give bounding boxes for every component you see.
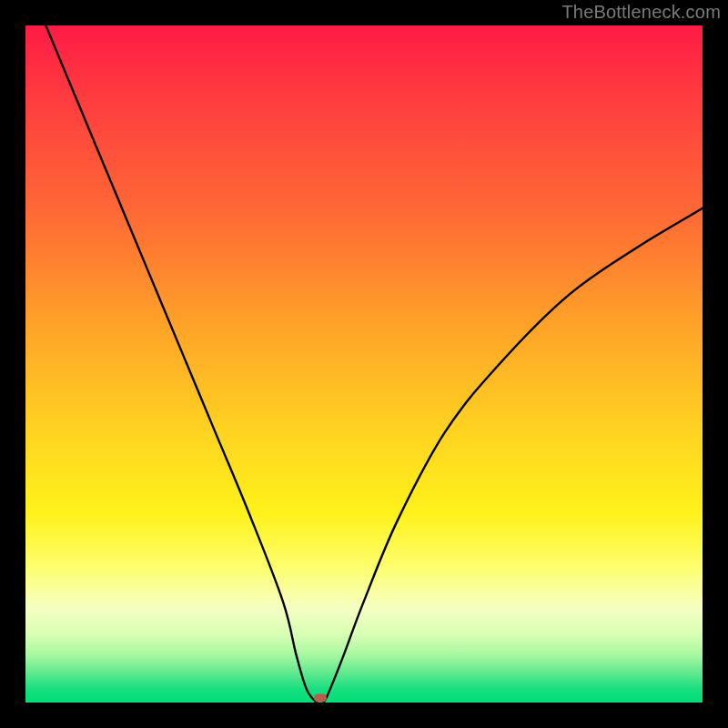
optimum-marker [314, 693, 327, 702]
curve-svg [25, 25, 703, 703]
bottleneck-curve-path [46, 25, 703, 703]
watermark-text: TheBottleneck.com [561, 2, 721, 23]
plot-area [25, 25, 703, 703]
chart-frame: TheBottleneck.com [0, 0, 728, 728]
